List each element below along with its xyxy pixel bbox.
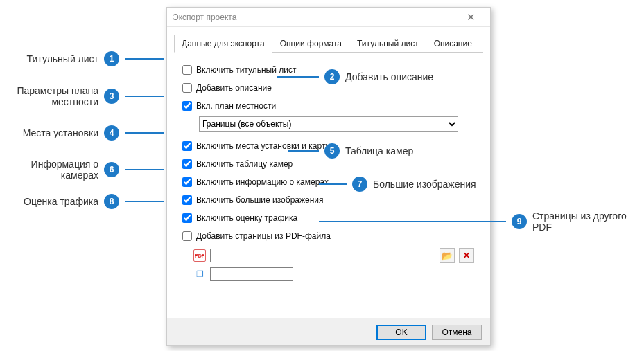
checkbox-add-description-label: Добавить описание [196, 83, 272, 93]
browse-pdf-button[interactable]: 📂 [440, 248, 455, 263]
checkbox-camera-info[interactable]: Включить информацию о камерах [182, 177, 329, 187]
callout-badge-4: 4 [104, 125, 119, 141]
checkbox-add-description[interactable]: Добавить описание [182, 83, 272, 93]
callout-8-label: Оценка трафика [24, 196, 98, 207]
callout-badge-8: 8 [104, 194, 119, 209]
callout-8: Оценка трафика 8 [0, 194, 164, 209]
callout-badge-5: 5 [324, 143, 340, 159]
copy-icon: ❐ [193, 268, 206, 280]
checkbox-camera-table[interactable]: Включить таблицу камер [182, 159, 293, 169]
titlebar: Экспорт проекта ✕ [167, 8, 490, 27]
tabs: Данные для экспорта Опции формата Титуль… [174, 34, 483, 53]
button-bar: OK Отмена [167, 318, 490, 345]
callout-2-label: Добавить описание [345, 71, 433, 82]
checkbox-camera-info-label: Включить информацию о камерах [196, 177, 329, 187]
tab-export-data[interactable]: Данные для экспорта [174, 35, 272, 53]
cancel-button[interactable]: Отмена [432, 325, 482, 340]
export-data-panel: Включить титульный лист Добавить описани… [167, 53, 490, 291]
callout-6: Информация о камерах 6 [0, 159, 164, 181]
callout-5-label: Таблица камер [345, 145, 413, 156]
callout-badge-1: 1 [104, 51, 119, 66]
checkbox-traffic-label: Включить оценку трафика [196, 213, 297, 223]
window-title: Экспорт проекта [173, 12, 457, 22]
ok-button[interactable]: OK [376, 325, 426, 340]
checkbox-layout-plan[interactable]: Вкл. план местности [182, 101, 276, 111]
checkbox-add-pdf[interactable]: Добавить страницы из PDF-файла [182, 231, 331, 241]
callout-9: 9 Страницы из другого PDF [319, 210, 644, 233]
tab-format-options[interactable]: Опции формата [272, 35, 349, 53]
close-button[interactable]: ✕ [457, 11, 485, 24]
checkbox-large-images-input[interactable] [182, 195, 192, 205]
checkbox-add-pdf-label: Добавить страницы из PDF-файла [196, 231, 331, 241]
checkbox-large-images-label: Включить большие изображения [196, 195, 324, 205]
checkbox-camera-table-input[interactable] [182, 159, 192, 169]
callout-3-label: Параметры плана местности [0, 85, 98, 107]
callout-7: 7 Большие изображения [319, 177, 476, 192]
callout-9-label: Страницы из другого PDF [532, 210, 644, 233]
checkbox-layout-plan-input[interactable] [182, 101, 192, 111]
checkbox-install-places-input[interactable] [182, 141, 192, 151]
callout-3: Параметры плана местности 3 [0, 85, 164, 107]
checkbox-large-images[interactable]: Включить большие изображения [182, 195, 324, 205]
tab-title-page[interactable]: Титульный лист [349, 35, 426, 53]
checkbox-title-page-input[interactable] [182, 65, 192, 75]
checkbox-camera-table-label: Включить таблицу камер [196, 159, 293, 169]
callout-1-label: Титульный лист [27, 53, 98, 64]
callout-4-label: Места установки [23, 127, 98, 138]
checkbox-camera-info-input[interactable] [182, 177, 192, 187]
callout-badge-6: 6 [104, 162, 119, 177]
pdf-pages-input[interactable] [210, 267, 293, 281]
callout-badge-7: 7 [352, 177, 367, 192]
callout-5: 5 Таблица камер [288, 143, 413, 159]
callout-6-label: Информация о камерах [0, 159, 98, 181]
callout-7-label: Большие изображения [373, 179, 476, 190]
callout-badge-3: 3 [104, 89, 119, 104]
checkbox-traffic-input[interactable] [182, 213, 192, 223]
checkbox-add-description-input[interactable] [182, 83, 192, 93]
pdf-path-input[interactable] [210, 249, 435, 262]
callout-4: Места установки 4 [0, 125, 164, 141]
tab-description[interactable]: Описание [426, 35, 480, 53]
plan-bounds-select[interactable]: Границы (все объекты) [199, 116, 458, 132]
callout-1: Титульный лист 1 [0, 51, 164, 66]
pdf-icon: PDF [193, 249, 206, 262]
checkbox-traffic[interactable]: Включить оценку трафика [182, 213, 297, 223]
callout-2: 2 Добавить описание [277, 69, 433, 84]
clear-pdf-button[interactable]: ✕ [459, 248, 474, 263]
callout-badge-2: 2 [324, 69, 340, 84]
checkbox-layout-plan-label: Вкл. план местности [196, 101, 276, 111]
checkbox-add-pdf-input[interactable] [182, 231, 192, 241]
callout-badge-9: 9 [512, 214, 527, 229]
